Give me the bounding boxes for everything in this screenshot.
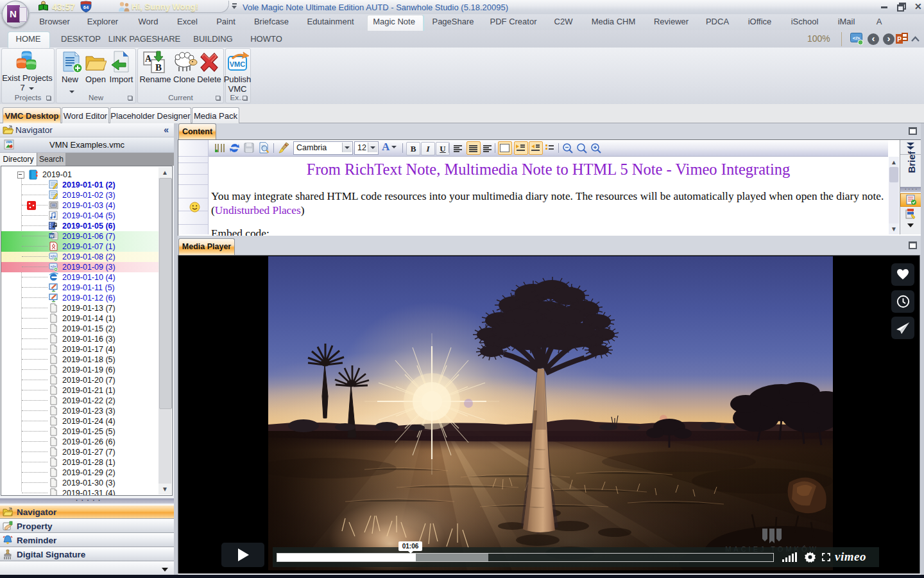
- svg-text:64: 64: [83, 4, 89, 10]
- svg-text:P: P: [897, 36, 902, 43]
- svg-text:W: W: [49, 234, 54, 238]
- svg-text:VMC: VMC: [230, 60, 246, 68]
- svg-text:B: B: [155, 62, 162, 73]
